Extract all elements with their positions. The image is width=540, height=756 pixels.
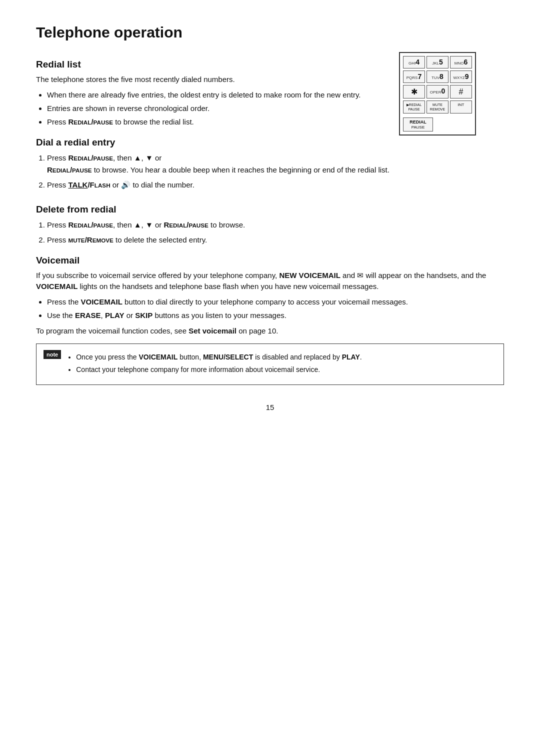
list-item: Press REDIAL/PAUSE, then ▲, ▼ or REDIAL/…: [47, 219, 504, 231]
list-item: When there are already five entries, the…: [47, 89, 390, 101]
voicemail-title: Voicemail: [36, 255, 504, 266]
note-label: note: [44, 350, 61, 359]
voicemail-section: Voicemail If you subscribe to voicemail …: [36, 255, 504, 337]
key-9: WXYZ9: [450, 70, 472, 83]
list-item: Once you press the VOICEMAIL button, MEN…: [76, 352, 362, 362]
page-number: 15: [36, 403, 504, 412]
list-item: Press REDIAL/PAUSE to browse the redial …: [47, 116, 390, 128]
keypad-row-1: GHI4 JKL5 MNO6: [403, 56, 472, 68]
note-box: note Once you press the VOICEMAIL button…: [36, 344, 504, 385]
phone-diagram: GHI4 JKL5 MNO6 PQRS7 TUV8 WXYZ9 ✱ OPER0 …: [399, 52, 504, 136]
delete-redial-section: Delete from redial Press REDIAL/PAUSE, t…: [36, 204, 504, 246]
redial-list-bullets: When there are already five entries, the…: [47, 89, 390, 128]
dial-redial-title: Dial a redial entry: [36, 137, 390, 148]
keypad: GHI4 JKL5 MNO6 PQRS7 TUV8 WXYZ9 ✱ OPER0 …: [399, 52, 476, 136]
func-mute-remove: MUTEREMOVE: [426, 100, 448, 114]
list-item: Press the VOICEMAIL button to dial direc…: [47, 296, 504, 308]
list-item: Press REDIAL/PAUSE, then ▲, ▼ or REDIAL/…: [47, 152, 390, 176]
delete-redial-steps: Press REDIAL/PAUSE, then ▲, ▼ or REDIAL/…: [47, 219, 504, 246]
key-star: ✱: [403, 85, 425, 98]
list-item: Use the ERASE, PLAY or SKIP buttons as y…: [47, 310, 504, 322]
key-hash: #: [450, 85, 472, 98]
func-redial-pause: ▶REDIALPAUSE: [403, 100, 425, 114]
key-0: OPER0: [426, 85, 448, 98]
page-title: Telephone operation: [36, 24, 504, 41]
delete-redial-title: Delete from redial: [36, 204, 504, 215]
note-bullets: Once you press the VOICEMAIL button, MEN…: [76, 352, 362, 376]
list-item: Contact your telephone company for more …: [76, 364, 362, 375]
key-7: PQRS7: [403, 70, 425, 83]
key-5: JKL5: [426, 56, 448, 68]
key-8: TUV8: [426, 70, 448, 83]
voicemail-para2: To program the voicemail function codes,…: [36, 326, 504, 337]
dial-redial-steps: Press REDIAL/PAUSE, then ▲, ▼ or REDIAL/…: [47, 152, 390, 191]
list-item: Press TALK/FLASH or 🔊 to dial the number…: [47, 179, 390, 191]
keypad-row-2: PQRS7 TUV8 WXYZ9: [403, 70, 472, 83]
voicemail-para1: If you subscribe to voicemail service of…: [36, 270, 504, 292]
redial-list-intro: The telephone stores the five most recen…: [36, 74, 390, 86]
key-4: GHI4: [403, 56, 425, 68]
note-content: Once you press the VOICEMAIL button, MEN…: [68, 349, 362, 380]
keypad-row-3: ✱ OPER0 #: [403, 85, 472, 98]
redial-list-title: Redial list: [36, 59, 390, 70]
redial-list-section: Redial list The telephone stores the fiv…: [36, 50, 504, 195]
list-item: Entries are shown in reverse chronologic…: [47, 102, 390, 114]
func-int: INT: [450, 100, 472, 114]
voicemail-bullets: Press the VOICEMAIL button to dial direc…: [47, 296, 504, 322]
key-6: MNO6: [450, 56, 472, 68]
list-item: Press MUTE/REMOVE to delete the selected…: [47, 234, 504, 246]
redial-pause-large: REDIALPAUSE: [403, 116, 472, 132]
redial-button: REDIALPAUSE: [403, 118, 433, 132]
func-row: ▶REDIALPAUSE MUTEREMOVE INT: [403, 100, 472, 114]
redial-list-text: Redial list The telephone stores the fiv…: [36, 50, 390, 195]
